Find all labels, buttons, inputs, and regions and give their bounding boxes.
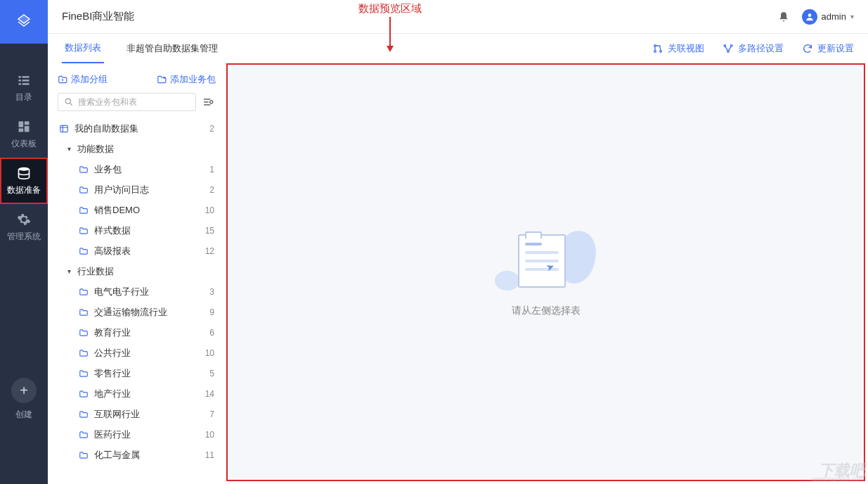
folder-icon <box>77 287 90 297</box>
tree-item[interactable]: 高级报表12 <box>58 241 226 261</box>
tree-label: 电气电子行业 <box>94 286 149 298</box>
tree-item[interactable]: 化工与金属11 <box>58 445 226 465</box>
tree-item[interactable]: 公共行业10 <box>58 343 226 363</box>
svg-rect-1 <box>22 76 30 78</box>
folder-icon <box>77 226 90 236</box>
link-label: 关联视图 <box>668 42 704 55</box>
svg-rect-9 <box>19 128 24 132</box>
folder-icon <box>77 369 90 378</box>
tree-item[interactable]: 样式数据15 <box>58 220 226 241</box>
svg-point-16 <box>730 45 732 47</box>
tree-label: 销售DEMO <box>94 204 140 217</box>
search-input[interactable] <box>78 97 190 107</box>
avatar <box>802 9 817 25</box>
action-label: 添加分组 <box>71 73 108 86</box>
tree-label: 互联网行业 <box>94 408 140 421</box>
tree-group[interactable]: ▾ 行业数据 <box>58 261 226 281</box>
tree-count: 3 <box>209 287 214 297</box>
nav-label: 仪表板 <box>11 138 37 150</box>
tree-label: 地产行业 <box>94 388 131 400</box>
caret-down-icon: ▾ <box>67 267 77 275</box>
tree-count: 2 <box>209 124 214 134</box>
nav-item-catalog[interactable]: 目录 <box>0 65 48 111</box>
svg-rect-7 <box>25 121 30 125</box>
link-multipath[interactable]: 多路径设置 <box>723 42 784 55</box>
tab-label: 数据列表 <box>65 42 101 54</box>
tree-label: 我的自助数据集 <box>75 122 138 135</box>
svg-point-10 <box>19 167 30 170</box>
tab-data-list[interactable]: 数据列表 <box>62 34 104 63</box>
chevron-down-icon: ▾ <box>850 13 854 20</box>
tree-count: 14 <box>205 389 214 399</box>
search-icon <box>64 97 74 107</box>
svg-rect-5 <box>22 83 30 85</box>
link-update-settings[interactable]: 更新设置 <box>802 42 854 55</box>
tree-item[interactable]: 用户访问日志2 <box>58 179 226 200</box>
tree-count: 11 <box>205 450 214 460</box>
tree-group[interactable]: ▾ 功能数据 <box>58 139 226 159</box>
tree-item[interactable]: 销售DEMO10 <box>58 200 226 220</box>
app-logo[interactable] <box>0 0 48 44</box>
tree-count: 15 <box>205 226 214 236</box>
tree-item[interactable]: 医药行业10 <box>58 424 226 445</box>
tree-count: 5 <box>209 369 214 378</box>
bell-icon[interactable] <box>778 11 789 23</box>
svg-rect-6 <box>19 121 24 127</box>
tree-label: 功能数据 <box>77 143 114 155</box>
tree-item[interactable]: 地产行业14 <box>58 383 226 404</box>
filter-icon <box>202 96 214 108</box>
app-title: FineBI商业智能 <box>62 10 134 23</box>
filter-button[interactable] <box>200 94 216 110</box>
action-label: 添加业务包 <box>170 73 216 86</box>
tree-count: 2 <box>209 185 214 195</box>
svg-rect-2 <box>19 79 21 82</box>
tree-count: 12 <box>205 246 214 256</box>
folder-icon <box>77 409 90 419</box>
folder-icon <box>77 450 90 460</box>
preview-area: ➤ 请从左侧选择表 <box>226 63 865 481</box>
user-menu[interactable]: admin ▾ <box>802 9 854 25</box>
add-package-button[interactable]: 添加业务包 <box>157 73 216 86</box>
svg-point-18 <box>65 98 70 103</box>
tree-count: 6 <box>209 328 214 338</box>
folder-icon <box>77 185 90 195</box>
nav-create[interactable]: + 创建 <box>0 378 48 421</box>
folder-icon <box>77 328 90 338</box>
tree-label: 高级报表 <box>94 245 131 257</box>
svg-point-19 <box>210 101 213 103</box>
gear-icon <box>17 212 31 227</box>
nav-item-data-prep[interactable]: 数据准备 <box>0 158 48 204</box>
tree-item[interactable]: 业务包1 <box>58 159 226 179</box>
data-panel: 添加分组 添加业务包 我的自助数据集 2 ▾ 功能数据 业务包1 用户访问日志2… <box>48 63 226 484</box>
tree-label: 业务包 <box>94 163 122 176</box>
nav-item-admin[interactable]: 管理系统 <box>0 204 48 250</box>
svg-point-12 <box>654 45 656 47</box>
nav-label: 数据准备 <box>7 184 41 196</box>
tree-item[interactable]: 互联网行业7 <box>58 404 226 424</box>
tree-item[interactable]: 交通运输物流行业9 <box>58 302 226 322</box>
caret-down-icon: ▾ <box>67 145 77 153</box>
tab-nonadmin-dataset[interactable]: 非超管自助数据集管理 <box>124 34 221 63</box>
tree-item[interactable]: 教育行业6 <box>58 322 226 343</box>
folder-icon <box>77 165 90 174</box>
nav-item-dashboard[interactable]: 仪表板 <box>0 111 48 158</box>
search-box[interactable] <box>58 93 196 111</box>
tree-my-dataset[interactable]: 我的自助数据集 2 <box>58 118 226 139</box>
link-relation-view[interactable]: 关联视图 <box>652 42 704 55</box>
tree-item[interactable]: 零售行业5 <box>58 363 226 383</box>
tree-label: 教育行业 <box>94 326 131 339</box>
list-icon <box>17 73 31 87</box>
header: FineBI商业智能 admin ▾ <box>48 0 868 34</box>
toolbar: 数据列表 非超管自助数据集管理 关联视图 多路径设置 更新设置 <box>48 34 868 63</box>
tree-item[interactable]: 电气电子行业3 <box>58 281 226 302</box>
empty-text: 请从左侧选择表 <box>512 305 581 317</box>
tree-item[interactable]: 银行金融14 <box>58 465 226 470</box>
svg-point-11 <box>808 13 811 17</box>
user-icon <box>805 12 815 22</box>
link-label: 更新设置 <box>817 42 854 55</box>
nav-create-label: 创建 <box>15 409 32 421</box>
dataset-icon <box>58 124 70 134</box>
tree-count: 9 <box>209 307 214 317</box>
add-group-button[interactable]: 添加分组 <box>58 73 108 86</box>
folder-icon <box>77 348 90 358</box>
